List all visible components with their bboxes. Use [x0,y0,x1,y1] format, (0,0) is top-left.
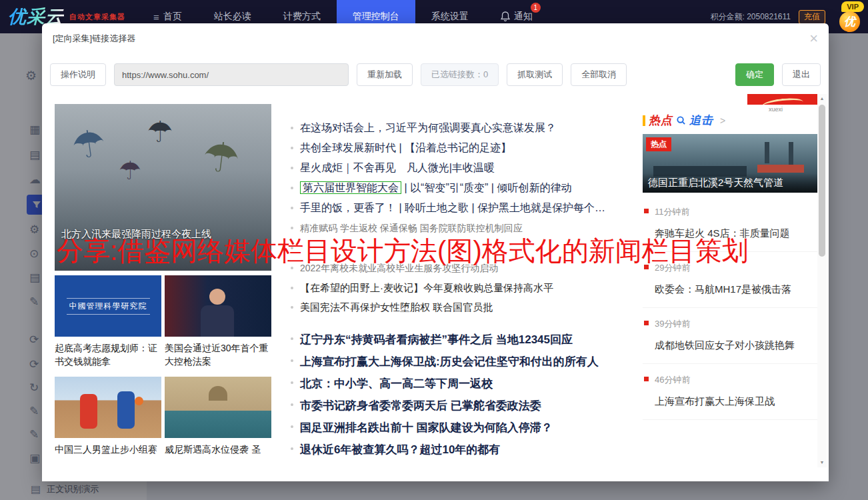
headline-text: 在这场对话会上，习近平为何强调要真心实意谋发展？ [300,122,556,133]
umbrella-icon: ☂ [69,121,109,168]
nav-label: 通知 [514,11,533,23]
nav-label: 首页 [163,11,182,23]
headline-link[interactable]: 退休近6年被查算久吗？超过10年的都有 [291,439,643,461]
bullet-icon [291,403,293,406]
structure-figure [757,165,804,173]
accent-bar [643,115,645,126]
hot-item-title: 上海宣布打赢大上海保卫战 [655,395,817,408]
bullet-icon [291,359,293,362]
headline-column: 在这场对话会上，习近平为何强调要真心实意谋发展？ 共创全球发展新时代 | 【沿着… [291,118,643,461]
reload-button[interactable]: 重新加载 [357,63,413,86]
headline-text: 北京：中小学、高一高二等下周一返校 [300,377,493,390]
person-figure [201,305,234,337]
nav-label: 管理控制台 [353,11,399,23]
umbrella-icon: ☂ [119,156,141,185]
scroll-down-icon[interactable]: ▼ [817,458,827,467]
headline-link[interactable]: 北京：中小学、高一高二等下周一返校 [291,373,643,395]
card-image [165,377,271,438]
notification-badge: 1 [531,3,541,13]
hot-label: 热点 [649,113,673,128]
dome-figure [209,386,227,401]
nav-label: 系统设置 [431,11,469,23]
bullet-icon [291,381,293,384]
hot-item-title: 成都地铁回应女子对小孩跳艳舞 [655,339,817,352]
hot-photo-caption: 德国正重启北溪2号天然气管道 [643,173,817,193]
headline-text: | 以“智变”引“质变” | 倾听创新的律动 [404,182,571,193]
bullet-icon [291,187,293,189]
dialog-toolbar: 操作说明 重新加载 已选链接数：0 抓取测试 全部取消 确定 退出 [42,54,829,94]
headline-link[interactable]: 美国宪法不再保护女性堕胎权 联合国官员批 [291,297,643,317]
umbrella-icon: ☂ [147,115,173,149]
bullet-icon [291,207,293,209]
headline-link[interactable]: 辽宁丹东“持黄码者看病被拦”事件之后 当地12345回应 [291,329,643,351]
scrollbar-thumb[interactable] [819,105,825,257]
promo-banner[interactable] [747,94,818,105]
selected-link-highlight[interactable]: 第六届世界智能大会 [300,181,401,194]
confirm-button[interactable]: 确定 [735,63,774,86]
nav-label: 计费方式 [283,11,321,23]
help-button[interactable]: 操作说明 [50,63,106,86]
headline-text: 上海宣布打赢大上海保卫战:历史会记住坚守和付出的所有人 [300,355,599,368]
dialog-title: [定向采集]链接选择器 [53,33,135,45]
headline-link[interactable]: 手里的饭，更香了！ | 聆听土地之歌 | 保护黑土地就是保护每个… [291,198,643,218]
umbrella-icon: ☂ [200,131,243,184]
headline-text: 【在希望的田野上·麦收记】今年夏粮收购总量保持高水平 [300,282,553,293]
scroll-up-icon[interactable]: ▲ [817,94,827,103]
hot-topic-item[interactable]: 46分钟前 上海宣布打赢大上海保卫战 [643,364,817,420]
magnifier-icon [676,115,686,125]
link-selector-dialog: [定向采集]链接选择器 × 操作说明 重新加载 已选链接数：0 抓取测试 全部取… [42,23,829,481]
card-image [55,377,161,438]
vip-badge: VIP [841,1,864,12]
close-icon[interactable]: × [809,31,818,46]
embedded-webpage: xuexi ☂ ☂ ☂ ☂ 北方入汛来最强降雨过程今夜上线 中國管理科學研究院 … [42,94,829,481]
bullet-icon [291,287,293,289]
spacer [291,317,643,329]
headline-text: 国足亚洲排名跌出前十 国家队建设为何陷入停滞？ [300,421,553,434]
hot-item-time: 46分钟前 [655,374,817,386]
red-square-bullet-icon [644,321,649,325]
card-caption: 起底高考志愿规划师：证书交钱就能拿 [55,341,161,368]
headline-link[interactable]: 星火成炬｜不舍再见 凡人微光|丰收温暖 [291,158,643,178]
headline-text: 共创全球发展新时代 | 【沿着总书记的足迹】 [300,142,511,153]
hot-topic-item[interactable]: 39分钟前 成都地铁回应女子对小孩跳艳舞 [643,308,817,364]
recharge-button[interactable]: 充值 [799,10,825,24]
capture-test-button[interactable]: 抓取测试 [507,63,563,86]
news-card[interactable]: 威尼斯遇高水位侵袭 圣 [165,377,271,456]
scrollbar[interactable]: ▲ ▼ [817,94,827,467]
hot-topic-photo[interactable]: 热点 德国正重启北溪2号天然气管道 [643,134,817,193]
url-input[interactable] [114,63,349,86]
headline-text: 手里的饭，更香了！ | 聆听土地之歌 | 保护黑土地就是保护每个… [300,202,605,213]
hot-topics-header[interactable]: 热点 追击 > [643,113,817,128]
card-caption: 中国三人男篮止步小组赛 [55,443,161,456]
headline-link[interactable]: 市委书记跻身省委常委两天后 已掌舵省委政法委 [291,395,643,417]
hot-topic-list: 11分钟前 奔驰车起火 4S店：非质量问题 29分钟前 欧委会：马航MH17是被… [643,196,817,420]
bullet-icon [291,447,293,450]
institute-logo-text: 中國管理科學研究院 [67,298,150,315]
hot-item-time: 39分钟前 [655,318,817,330]
bell-icon [501,11,510,22]
bullet-icon [291,227,293,229]
exit-button[interactable]: 退出 [782,63,821,86]
basketball-icon [135,397,143,405]
hot-photo-badge: 热点 [646,137,671,151]
headline-link[interactable]: 上海宣布打赢大上海保卫战:历史会记住坚守和付出的所有人 [291,351,643,373]
headline-link-selected[interactable]: 第六届世界智能大会 | 以“智变”引“质变” | 倾听创新的律动 [291,178,643,198]
news-card[interactable]: 中国三人男篮止步小组赛 [55,377,161,456]
card-image: 中國管理科學研究院 [55,275,161,337]
red-square-bullet-icon [644,377,649,381]
cancel-all-button[interactable]: 全部取消 [571,63,627,86]
headline-link[interactable]: 【在希望的田野上·麦收记】今年夏粮收购总量保持高水平 [291,278,643,297]
headline-link[interactable]: 国足亚洲排名跌出前十 国家队建设为何陷入停滞？ [291,417,643,439]
hot-item-time: 11分钟前 [655,206,817,218]
person-figure [209,289,225,305]
headline-link[interactable]: 共创全球发展新时代 | 【沿着总书记的足迹】 [291,138,643,158]
hamburger-icon: ≡ [153,11,159,23]
player-figure [117,391,135,429]
news-card[interactable]: 美国会通过近30年首个重大控枪法案 [165,275,271,368]
screen: ⚙ ▦ ▤ ☁ ⚙ ⊙ ▤ ✎ ⟳ ⟳ ↻ ✎ ✎ ▣ ▤ 正文识别演示 [0,0,868,500]
news-card[interactable]: 中國管理科學研究院 起底高考志愿规划师：证书交钱就能拿 [55,275,161,368]
watermark-overlay-text: 分享:借鉴网络媒体栏目设计方法(图)格式化的新闻栏目策划 [57,233,749,269]
headline-link[interactable]: 在这场对话会上，习近平为何强调要真心实意谋发展？ [291,118,643,138]
red-square-bullet-icon [644,209,649,213]
bullet-icon [291,425,293,428]
